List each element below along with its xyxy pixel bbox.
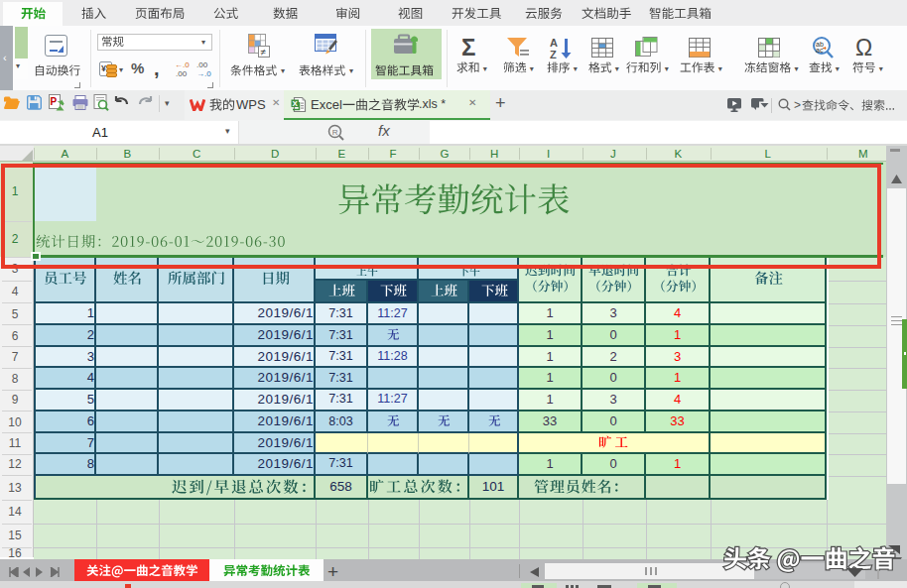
svg-text:≠: ≠ bbox=[261, 47, 267, 58]
svg-text:ac: ac bbox=[816, 47, 824, 54]
svg-text:A: A bbox=[550, 37, 558, 49]
svg-text:R: R bbox=[332, 128, 338, 137]
svg-text:P: P bbox=[51, 96, 58, 107]
svg-text:X: X bbox=[293, 99, 299, 108]
svg-text:Z: Z bbox=[550, 49, 557, 59]
